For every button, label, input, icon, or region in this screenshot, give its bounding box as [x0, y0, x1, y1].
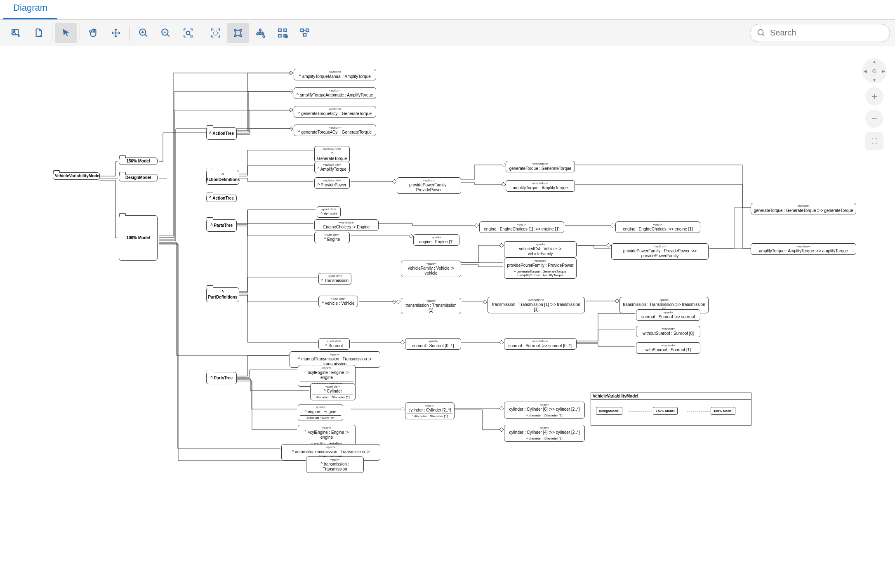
node-partdefs[interactable]: ^ PartDefinitions: [206, 287, 239, 302]
svg-rect-22: [304, 33, 306, 36]
node-partstree2[interactable]: ^ PartsTree: [206, 372, 237, 384]
node-enginechoicesvar[interactable]: «variation»EngineChoices :> Engine: [314, 219, 379, 231]
tab-bar: Diagram: [0, 0, 895, 20]
node-amplifyvar[interactable]: «variation»amplifyTorque : AmplifyTorque: [506, 180, 575, 192]
svg-point-8: [234, 35, 236, 36]
pan-control[interactable]: ▲ ▼ ◀ ▶ ⊙: [862, 59, 887, 83]
svg-point-13: [262, 33, 264, 35]
node-transmissiondef[interactable]: «part def»^ Transmission: [318, 273, 351, 285]
node-actiontree1[interactable]: ^ ActionTree: [206, 127, 237, 140]
fit-icon[interactable]: [205, 23, 227, 43]
node-actiontree2[interactable]: ^ ActionTree: [206, 195, 237, 202]
zoom-in-button[interactable]: +: [865, 87, 883, 106]
align-icon[interactable]: [294, 23, 316, 43]
svg-rect-16: [284, 29, 287, 32]
svg-point-4: [186, 31, 190, 35]
svg-point-10: [259, 29, 261, 31]
node-sunroofdef[interactable]: «part def»^ Sunroof: [318, 338, 350, 350]
node-sunroofpart[interactable]: «part»sunroof : Sunroof :>> sunroof: [636, 309, 700, 321]
svg-point-6: [234, 29, 236, 31]
tab-diagram[interactable]: Diagram: [3, 0, 57, 19]
separator: [80, 26, 80, 40]
layout-icon[interactable]: [227, 23, 249, 43]
view-controls: ▲ ▼ ◀ ▶ ⊙ + − ⛶: [862, 59, 887, 150]
node-enginedef[interactable]: «part def»^ Engine: [314, 232, 350, 243]
node-4cylengine[interactable]: «part»^ 4cylEngine : Engine :> engine^ a…: [298, 425, 356, 447]
node-amplify-manual[interactable]: «action»^ amplifyTorqueManual : AmplifyT…: [294, 69, 376, 80]
node-providepowerfamily2[interactable]: «action»providePowerFamily : ProvidePowe…: [504, 258, 577, 279]
node-vehicle4cyl[interactable]: «part»vehicle4Cyl : Vehicle :> vehicleFa…: [504, 241, 577, 258]
node-amplifyaction[interactable]: «action»amplifyTorque : AmplifyTorque :>…: [751, 243, 856, 255]
zoom-region-icon[interactable]: [177, 23, 199, 43]
svg-point-9: [240, 35, 241, 36]
node-designmodel[interactable]: DesignModel: [119, 174, 158, 181]
edge-layer: [0, 46, 895, 588]
fullscreen-button[interactable]: ⛶: [865, 132, 883, 150]
node-cylinderdef[interactable]: «part def»^ Cylinderdiameter : Diameter …: [310, 383, 356, 400]
node-gentorque4[interactable]: «action»^ generateTorque4Cyl : GenerateT…: [294, 125, 376, 136]
svg-point-12: [259, 33, 261, 35]
node-partstree1[interactable]: ^ PartsTree: [206, 219, 237, 232]
move-icon[interactable]: [105, 23, 127, 43]
node-150model-a[interactable]: 150% Model: [119, 158, 158, 165]
node-providepowerfamily[interactable]: «action»providePowerFamily : ProvidePowe…: [397, 177, 461, 194]
svg-rect-21: [306, 29, 309, 32]
node-gentorquedef[interactable]: «action def»^ GenerateTorque: [314, 146, 350, 162]
zoom-in-icon[interactable]: [132, 23, 155, 43]
pointer-icon[interactable]: [55, 23, 77, 43]
node-transmissionvar[interactable]: «variation»transmission : Transmission […: [488, 297, 585, 313]
svg-point-11: [257, 33, 258, 35]
inset-diagram[interactable]: VehicleVariabilityModel DesignModel 150%…: [591, 393, 751, 426]
node-cylinderpart[interactable]: «part»cylinder : Cylinder [2..*]^ diamet…: [405, 402, 455, 419]
search-box[interactable]: [750, 24, 890, 42]
inset-title: VehicleVariabilityModel: [591, 393, 751, 400]
node-cylinder6[interactable]: «part»cylinder : Cylinder [6] :>> cylind…: [504, 402, 585, 419]
pan-icon[interactable]: [82, 23, 105, 43]
node-gentorqueaction[interactable]: «action»generateTorque : GenerateTorque …: [751, 203, 856, 214]
node-engineengine[interactable]: «part»^ engine : EngineautoPort : AutoPo…: [298, 404, 343, 421]
svg-rect-17: [278, 34, 281, 37]
node-vehiclefamily[interactable]: «part»vehicleFamily : Vehicle :> vehicle: [401, 261, 461, 277]
node-gentorque6[interactable]: «action»^ generateTorque6Cyl : GenerateT…: [294, 106, 376, 118]
node-providepoweraction[interactable]: «action»providePowerFamily : ProvidePowe…: [611, 243, 709, 260]
search-icon: [757, 28, 766, 38]
svg-point-7: [240, 29, 241, 31]
image-export-icon[interactable]: [5, 23, 27, 43]
distribute-icon[interactable]: [271, 23, 294, 43]
zoom-out-icon[interactable]: [155, 23, 177, 43]
separator: [202, 26, 202, 40]
node-sunroofpart01[interactable]: «part»sunroof : Sunroof [0..1]: [405, 338, 461, 350]
node-cylinder4[interactable]: «part»cylinder : Cylinder [4] :>> cylind…: [504, 425, 585, 442]
node-100model[interactable]: 100% Model: [119, 215, 158, 261]
layout-tree-icon[interactable]: [249, 23, 271, 43]
node-root[interactable]: VehicleVariabilityModel: [53, 172, 100, 180]
separator: [130, 26, 130, 40]
svg-point-5: [214, 31, 218, 35]
svg-rect-20: [301, 29, 304, 32]
node-enginechoicespart2[interactable]: «part»engine : EngineChoices :>> engine …: [615, 221, 700, 233]
page-icon[interactable]: [27, 23, 49, 43]
node-withoutsunroof[interactable]: «variant»withoutSunroof : Sunroof [0]: [636, 326, 700, 337]
separator: [52, 26, 52, 40]
node-transtrans[interactable]: «part»^ transmission : Transmission: [306, 456, 364, 473]
node-vehicledef2[interactable]: «part def»^ vehicle : Vehicle: [318, 296, 358, 307]
diagram-canvas[interactable]: ▲ ▼ ◀ ▶ ⊙ + − ⛶: [0, 46, 895, 588]
node-enginepart[interactable]: «part»engine : Engine [1]: [413, 234, 459, 246]
toolbar: [0, 20, 895, 46]
node-amplifydef[interactable]: «action def»^ AmplifyTorque: [314, 162, 350, 173]
node-providepowerdef[interactable]: «action def»^ ProvidePower: [314, 177, 350, 189]
node-vehicledef[interactable]: «part def»^ Vehicle: [317, 206, 341, 218]
node-actiondefs[interactable]: ^ ActionDefinitions: [206, 170, 239, 185]
node-enginechoicespart[interactable]: «part»engine : EngineChoices [1] :>> eng…: [479, 221, 564, 233]
svg-rect-15: [278, 29, 281, 32]
node-amplify-auto[interactable]: «action»^ amplifyTorqueAutomatic : Ampli…: [294, 87, 376, 99]
node-withsunroof[interactable]: «variant»withSunroof : Sunroof [1]: [636, 342, 700, 354]
svg-point-14: [263, 35, 265, 37]
node-transmissionpart[interactable]: «part»transmission : Transmission [1]: [401, 298, 461, 314]
zoom-out-button[interactable]: −: [865, 110, 883, 128]
node-gentorquevar[interactable]: «variation»generateTorque : GenerateTorq…: [506, 161, 575, 172]
svg-point-23: [758, 29, 763, 35]
search-input[interactable]: [770, 28, 883, 38]
node-sunroofvar[interactable]: «variation»sunroof : Sunroof :>> sunroof…: [504, 338, 577, 350]
